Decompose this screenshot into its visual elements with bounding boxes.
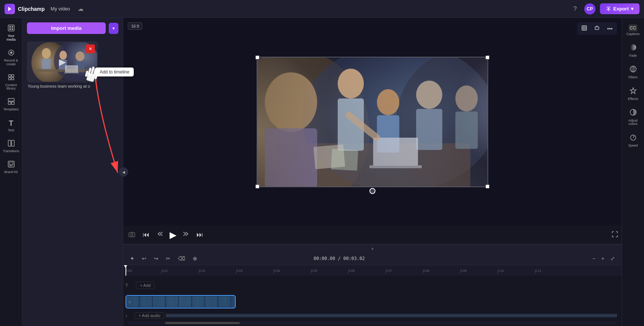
speed-icon xyxy=(629,134,637,143)
sidebar-item-effects[interactable]: Effects xyxy=(623,84,644,104)
svg-rect-12 xyxy=(8,98,14,101)
svg-rect-11 xyxy=(12,78,14,80)
rotate-handle[interactable] xyxy=(369,188,375,194)
sidebar-item-content-library[interactable]: Content library xyxy=(1,71,21,94)
video-track-row: ⏸ xyxy=(123,294,622,310)
cut-button[interactable]: ✂ xyxy=(164,254,173,263)
redo-button[interactable]: ↪ xyxy=(152,254,161,263)
add-audio-button[interactable]: + Add audio xyxy=(134,312,164,319)
video-clip[interactable]: ⏸ xyxy=(126,295,236,308)
handle-bottom-right[interactable] xyxy=(486,185,489,188)
text-icon: T xyxy=(9,119,13,128)
speed-label: Speed xyxy=(628,144,638,148)
timeline-tracks: T + Add ⏸ xyxy=(123,276,622,320)
svg-rect-5 xyxy=(12,28,13,30)
add-text-button[interactable]: + Add xyxy=(136,282,155,289)
sidebar-item-your-media[interactable]: Your media xyxy=(1,22,21,45)
timeline-time-display: 00:00.00 / 00:03.02 xyxy=(313,256,365,261)
handle-top-left[interactable] xyxy=(256,56,259,59)
sidebar-item-speed[interactable]: Speed xyxy=(623,131,644,151)
save-frame-button[interactable]: ⊕ xyxy=(191,254,199,263)
help-button[interactable]: ? xyxy=(570,4,580,14)
svg-rect-13 xyxy=(8,102,11,104)
media-panel: Import media ▾ xyxy=(22,18,123,326)
sidebar-item-filters[interactable]: Filters xyxy=(623,62,644,82)
rewind-5s-button[interactable] xyxy=(155,229,165,240)
svg-rect-62 xyxy=(455,112,478,149)
svg-line-67 xyxy=(349,115,377,138)
logo-icon xyxy=(4,4,15,14)
topbar: Clipchamp My video ☁ ? CP Export ▾ xyxy=(0,0,644,18)
brand-kit-icon xyxy=(8,161,15,169)
svg-rect-1 xyxy=(8,25,14,31)
sidebar-item-transitions[interactable]: Transitions xyxy=(1,137,21,156)
sidebar-item-templates[interactable]: Templates xyxy=(1,95,21,115)
import-chevron-button[interactable]: ▾ xyxy=(109,23,118,34)
import-media-button[interactable]: Import media xyxy=(27,22,106,34)
screenshot-button[interactable] xyxy=(127,230,137,240)
avatar[interactable]: CP xyxy=(584,3,595,15)
sidebar-item-record-create[interactable]: Record & create xyxy=(1,46,21,69)
sidebar-item-captions[interactable]: CC Captions xyxy=(623,22,644,39)
handle-top-right[interactable] xyxy=(486,56,489,59)
timeline-scrollbar[interactable] xyxy=(128,322,617,325)
scrollbar-thumb[interactable] xyxy=(165,322,240,324)
delete-button[interactable]: ⌫ xyxy=(176,254,188,263)
panel-collapse-button[interactable]: ◀ xyxy=(119,167,128,176)
handle-bottom-left[interactable] xyxy=(256,185,259,188)
svg-rect-46 xyxy=(595,27,599,29)
svg-rect-48 xyxy=(257,57,487,186)
timeline-fullscreen-button[interactable]: ⤢ xyxy=(608,254,617,263)
export-chevron: ▾ xyxy=(631,6,634,12)
zoom-in-button[interactable]: + xyxy=(599,254,607,263)
svg-point-27 xyxy=(59,51,67,60)
text-track-row: T + Add xyxy=(123,277,622,294)
svg-line-81 xyxy=(633,136,634,138)
logo[interactable]: Clipchamp xyxy=(4,4,45,14)
sidebar-item-label-transitions: Transitions xyxy=(3,150,19,153)
fullscreen-button[interactable] xyxy=(612,231,618,239)
sidebar-item-fade[interactable]: Fade xyxy=(623,41,644,61)
forward-5s-button[interactable] xyxy=(181,229,191,240)
play-pause-button[interactable]: ▶ xyxy=(170,230,176,240)
magic-tool-button[interactable]: ✦ xyxy=(128,254,137,263)
skip-to-end-button[interactable]: ⏭ xyxy=(195,229,205,240)
logo-text: Clipchamp xyxy=(18,6,45,12)
svg-rect-32 xyxy=(65,65,78,73)
sidebar-item-label-text: Text xyxy=(8,129,14,132)
media-thumbnail[interactable]: ✕ + xyxy=(27,41,98,82)
sidebar-item-label-content: Content library xyxy=(3,84,19,91)
playhead[interactable] xyxy=(126,265,126,276)
more-options-button[interactable]: ••• xyxy=(604,24,616,33)
aspect-ratio-badge[interactable]: 16:9 xyxy=(128,22,142,30)
svg-rect-60 xyxy=(416,109,442,150)
right-sidebar: CC Captions Fade Filters Effects Adjus xyxy=(622,18,644,326)
record-create-icon xyxy=(8,49,15,58)
svg-point-51 xyxy=(396,57,487,186)
audio-waveform xyxy=(166,314,617,317)
sidebar-item-adjust-colors[interactable]: Adjust colors xyxy=(623,106,644,129)
timeline-expand-button[interactable]: ▲ xyxy=(123,244,622,252)
zoom-controls: − + ⤢ xyxy=(590,254,617,263)
video-title[interactable]: My video xyxy=(51,6,70,12)
crop-button[interactable] xyxy=(579,24,590,33)
timeline-toolbar: ✦ ↩ ↪ ✂ ⌫ ⊕ 00:00.00 / 00:03.02 − + ⤢ xyxy=(123,252,622,265)
skip-to-start-button[interactable]: ⏮ xyxy=(141,229,151,240)
sidebar-item-label-record: Record & create xyxy=(3,59,19,66)
svg-rect-3 xyxy=(12,26,13,28)
fade-icon xyxy=(629,44,637,53)
undo-button[interactable]: ↩ xyxy=(140,254,149,263)
svg-point-53 xyxy=(265,72,317,132)
media-grid: ✕ + Young business team working at o Add… xyxy=(22,38,123,91)
zoom-out-button[interactable]: − xyxy=(590,254,598,263)
sidebar-item-label-brand: Brand kit xyxy=(4,170,18,174)
svg-rect-31 xyxy=(35,69,91,72)
svg-rect-52 xyxy=(276,143,470,186)
sidebar-item-text[interactable]: T Text xyxy=(1,116,21,135)
media-add-button[interactable]: + xyxy=(86,70,95,79)
sidebar-item-brand-kit[interactable]: Brand kit xyxy=(1,158,21,177)
export-label: Export xyxy=(613,6,629,12)
resize-button[interactable] xyxy=(591,24,603,33)
export-button[interactable]: Export ▾ xyxy=(600,3,640,14)
media-delete-button[interactable]: ✕ xyxy=(86,44,95,53)
